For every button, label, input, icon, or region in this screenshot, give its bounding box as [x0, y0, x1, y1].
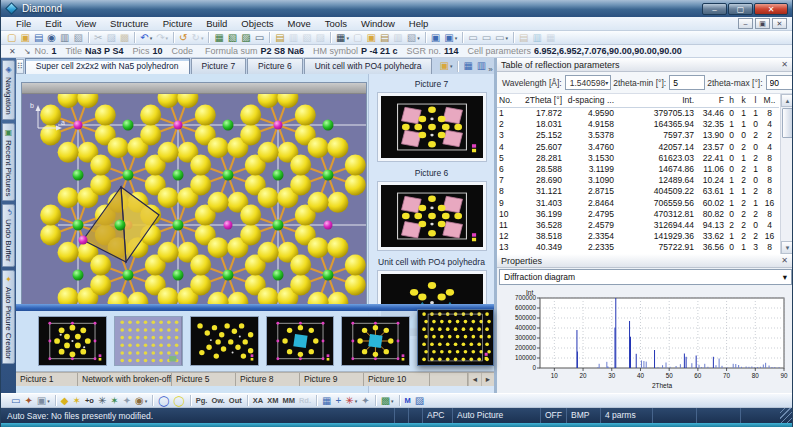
open-icon[interactable]: ▣ — [18, 31, 31, 44]
new-picture-window-icon[interactable]: ▣▾ — [437, 60, 454, 73]
polyhedra-icon[interactable]: ◆ — [59, 394, 71, 407]
undo-icon-dropdown[interactable]: ▾ — [150, 32, 153, 44]
crystal-structure-view[interactable]: ba — [22, 94, 366, 309]
picture-frame-icon[interactable]: ▭ — [9, 394, 22, 407]
close-record-icon[interactable]: ✕ — [5, 47, 20, 56]
table-grid-icon-dropdown[interactable]: ▾ — [346, 32, 349, 44]
window-arrange-icon-dropdown[interactable]: ▾ — [455, 32, 458, 44]
new-document-icon[interactable]: ▢ — [5, 31, 18, 44]
picture-style-icon-dropdown[interactable]: ▾ — [47, 395, 50, 407]
filmstrip-label-network-with-broken-off-bonds[interactable]: Network with broken-off bonds — [78, 373, 172, 386]
close-button[interactable]: ✕ — [754, 3, 788, 15]
scroll-thumb[interactable] — [782, 108, 793, 138]
paste-icon[interactable]: ▩ — [118, 31, 131, 44]
menu-view[interactable]: View — [69, 18, 103, 29]
thumbnail-icon-dropdown[interactable]: ▾ — [391, 395, 394, 407]
picture-duplicate-icon[interactable]: ▨ — [239, 31, 252, 44]
copy-picture-icon[interactable]: ▤ — [273, 31, 286, 44]
pane-properties-icon[interactable]: ▭ — [480, 31, 493, 44]
find-icon[interactable]: ◉ — [45, 31, 58, 44]
minimize-button[interactable]: – — [702, 3, 727, 15]
print-preview-icon[interactable]: ▧ — [72, 31, 85, 44]
spin-icon-dropdown[interactable]: ▾ — [355, 395, 358, 407]
table-row[interactable]: 1136.5282.4579312694.4494.132204 — [497, 220, 779, 231]
thumbnail-picture-7[interactable] — [377, 92, 487, 162]
picture-new-icon[interactable]: ▧ — [226, 31, 239, 44]
filmstrip-scroll-right-icon[interactable]: ▸ — [481, 373, 494, 386]
tab-grip-icon[interactable]: ⠿ — [16, 59, 24, 74]
pg-icon[interactable]: Pg. — [194, 394, 210, 407]
add-atom-icon[interactable]: +o — [83, 394, 96, 407]
redo-icon[interactable]: ↷▾ — [154, 31, 170, 44]
pane-filmstrip-icon[interactable]: ▭▾ — [493, 31, 510, 44]
table-row[interactable]: 425.6073.476042057.1423.570204 — [497, 142, 779, 153]
xm-icon[interactable]: XM — [265, 394, 280, 407]
print-icon[interactable]: ▥ — [58, 31, 71, 44]
table-row[interactable]: 325.1523.53787597.3713.900022 — [497, 130, 779, 141]
import-structure-icon[interactable]: ▤ — [378, 31, 391, 44]
layout-left-icon[interactable]: ▥ — [287, 31, 300, 44]
ring-outline-icon[interactable]: ◯ — [172, 394, 187, 407]
sidebar-tab-undo-buffer[interactable]: ↶Undo Buffer — [2, 204, 15, 266]
mdi-close-button[interactable]: ✕ — [772, 18, 787, 29]
picture-final-icon[interactable]: ▨ — [413, 394, 426, 407]
cube-icon[interactable]: ▦ — [320, 394, 333, 407]
export-structure-icon[interactable]: ▥ — [391, 31, 404, 44]
layout-grid-icon[interactable]: ▨ — [314, 31, 327, 44]
sidebar-tab-auto-picture-creator[interactable]: ✦Auto Picture Creator — [2, 270, 15, 364]
refresh-icon-dropdown[interactable]: ▾ — [201, 32, 204, 44]
packing-icon[interactable]: ✶ — [108, 394, 120, 407]
reset-view-icon[interactable]: ↺ — [177, 31, 189, 44]
menu-tools[interactable]: Tools — [318, 18, 354, 29]
view-report-icon[interactable]: ▦ — [544, 31, 557, 44]
walk-icon[interactable]: ✦ — [359, 394, 371, 407]
new-picture-icon[interactable]: ▣ — [364, 31, 377, 44]
2theta-max-input[interactable] — [766, 75, 793, 90]
mdi-minimize-button[interactable]: – — [738, 18, 753, 29]
picture-style-icon[interactable]: ▣▾ — [35, 394, 52, 407]
document-tab-unit-cell-with-po4-polyhedra[interactable]: Unit cell with PO4 polyhedra — [304, 58, 433, 74]
filter-icon[interactable]: ◉▾ — [133, 394, 149, 407]
filmstrip-thumb-picture-10[interactable] — [417, 309, 494, 366]
view-data-icon[interactable]: ▤ — [517, 31, 530, 44]
filmstrip-label-picture-9[interactable]: Picture 9 — [300, 373, 364, 386]
wavelength-dropdown-icon[interactable]: ▾ — [605, 79, 608, 86]
properties-selector-dropdown-icon[interactable]: ▾ — [783, 272, 787, 282]
picture-wizard-icon[interactable]: ✦ — [22, 394, 34, 407]
table-row[interactable]: 117.8724.9590379705.1334.460118 — [497, 108, 779, 119]
document-tab-picture-7[interactable]: Picture 7 — [191, 58, 247, 74]
spin-icon[interactable]: ✳▾ — [343, 394, 359, 407]
thumbnail-picture-6[interactable] — [377, 181, 487, 251]
menu-help[interactable]: Help — [402, 18, 436, 29]
filmstrip-label-picture-1[interactable]: Picture 1 — [16, 373, 78, 386]
menu-edit[interactable]: Edit — [38, 18, 68, 29]
table-grid-icon[interactable]: ▦▾ — [334, 31, 351, 44]
menu-move[interactable]: Move — [281, 18, 318, 29]
picture-window-icon[interactable]: ▭ — [253, 31, 266, 44]
scroll-down-icon[interactable]: ▼ — [781, 241, 793, 254]
pin-view-icon[interactable]: ▥ — [475, 60, 488, 73]
new-picture-window-icon-dropdown[interactable]: ▾ — [450, 60, 453, 72]
menu-structure[interactable]: Structure — [103, 18, 156, 29]
redo-icon-dropdown[interactable]: ▾ — [166, 32, 169, 44]
out-icon[interactable]: Out — [227, 394, 244, 407]
wavelength-select[interactable]: 1.540598 ▾ — [565, 75, 611, 90]
filmstrip-thumb-picture-1[interactable] — [38, 316, 107, 366]
sidebar-tab-recent-pictures[interactable]: ▣Recent Pictures — [2, 123, 15, 201]
menu-file[interactable]: File — [9, 18, 38, 29]
canvas-header-bar[interactable] — [22, 83, 366, 94]
cascade-windows-icon[interactable]: ▦ — [461, 60, 474, 73]
table-row[interactable]: 931.4032.8464706559.5660.0212116 — [497, 198, 779, 209]
fragment-icon[interactable]: ✦ — [121, 394, 133, 407]
window-arrange-icon[interactable]: ▣▾ — [442, 31, 459, 44]
table-row[interactable]: 1238.5182.3354141929.3633.6212216 — [497, 231, 779, 242]
sidebar-tab-navigation[interactable]: ◈Navigation — [2, 60, 15, 120]
settings-icon[interactable]: ▧▾ — [405, 31, 422, 44]
xa-icon[interactable]: XA — [251, 394, 265, 407]
table-row[interactable]: 728.6903.109012489.6410.241208 — [497, 175, 779, 186]
filmstrip-label-picture-10[interactable]: Picture 10 — [364, 373, 430, 386]
table-scrollbar[interactable]: ▲ ▼ — [780, 94, 793, 254]
pane-filmstrip-icon-dropdown[interactable]: ▾ — [506, 32, 509, 44]
hexagon-outline-icon[interactable]: ◯ — [156, 394, 171, 407]
table-row[interactable]: 528.2813.153061623.0322.410128 — [497, 153, 779, 164]
